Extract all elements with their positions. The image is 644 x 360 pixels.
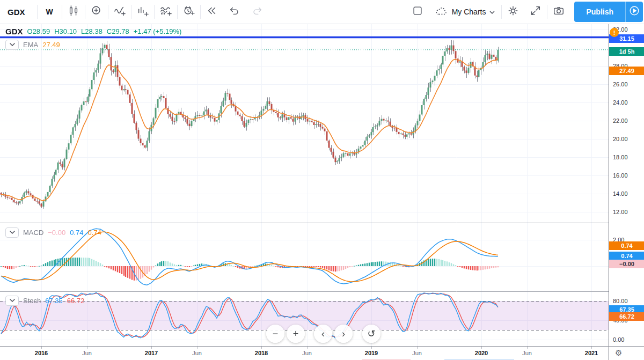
axis-tick-label: 12.00 (613, 209, 628, 215)
bar-pattern-add-icon (137, 5, 149, 19)
alert-button[interactable] (178, 2, 200, 22)
axis-price-badge: 27.49 (609, 67, 644, 75)
compare-button[interactable] (85, 2, 108, 22)
axis-tick-label: 24.00 (613, 99, 628, 106)
undo-icon (229, 5, 240, 19)
time-axis-tick (197, 347, 197, 349)
macd-line-value: 0.74 (70, 229, 83, 237)
reset-view-button[interactable]: ↺ (362, 325, 380, 343)
time-axis-tick (261, 347, 262, 349)
symbol-search-button[interactable]: GDX (0, 8, 37, 17)
interval-button[interactable]: W (38, 8, 62, 16)
time-axis-tick (41, 347, 42, 349)
zoom-out-button[interactable]: − (266, 325, 284, 343)
time-axis-label: 2018 (255, 350, 268, 356)
redo-button[interactable] (246, 2, 268, 22)
macd-collapse-button[interactable] (5, 227, 19, 238)
fullscreen-icon (530, 5, 541, 19)
axis-tick-label: 14.00 (613, 190, 628, 197)
macd-hist-value: −0.00 (48, 229, 65, 237)
stoch-collapse-button[interactable] (5, 296, 19, 306)
undo-button[interactable] (223, 2, 246, 22)
time-axis-tick (151, 347, 152, 349)
axis-price-badge: −0.00 (609, 260, 644, 268)
time-axis-label: Jun (522, 350, 532, 356)
my-charts-menu[interactable]: My Charts (429, 6, 502, 18)
time-scale[interactable]: 2016Jun2017Jun2018Jun2019Jun2020Jun2021⚙ (0, 346, 644, 360)
time-axis-label: 2020 (475, 350, 488, 356)
stoch-k-value: 67.35 (45, 297, 63, 305)
alert-add-icon (183, 5, 195, 19)
stoch-name: Stoch (23, 297, 41, 305)
time-axis-tick (417, 347, 418, 349)
time-axis-tick (87, 347, 87, 349)
indicator-templates-button[interactable] (155, 2, 177, 22)
scroll-left-button[interactable]: ‹ (314, 325, 332, 343)
redo-icon (251, 5, 263, 19)
ema-collapse-button[interactable] (5, 40, 19, 50)
scale-settings-gear-icon[interactable]: ⚙ (615, 348, 622, 358)
compare-add-icon (91, 5, 103, 19)
time-axis-tick (371, 347, 372, 349)
layout-select-button[interactable] (406, 2, 429, 22)
axis-price-badge: 0.74 (609, 241, 644, 250)
time-axis-tick (591, 347, 592, 349)
top-toolbar: GDX W My Charts Publish (0, 0, 644, 24)
legend-change: +1.47 (+5.19%) (134, 27, 182, 35)
replay-rewind-icon (206, 5, 218, 19)
axis-price-badge: 0.74 (609, 252, 644, 260)
macd-name: MACD (23, 229, 43, 237)
time-axis-label: 2016 (35, 350, 48, 356)
time-axis-label: 2019 (365, 350, 378, 356)
axis-tick-label: 0.00 (613, 336, 624, 343)
legend-close: C29.78 (107, 27, 129, 35)
chart-canvas[interactable] (0, 24, 609, 346)
axis-tick-label: 16.00 (613, 172, 628, 179)
time-axis-label: Jun (412, 350, 422, 356)
axis-price-badge: 66.72 (609, 312, 644, 321)
macd-signal-value: 0.74 (88, 229, 101, 237)
layout-square-icon (412, 5, 423, 19)
time-axis-label: Jun (302, 350, 312, 356)
axis-tick-label: 20.00 (613, 136, 628, 142)
time-axis-tick (527, 347, 528, 349)
bar-replay-button[interactable] (201, 2, 223, 22)
time-axis-tick (307, 347, 308, 349)
axis-tick-label: 22.00 (613, 117, 628, 124)
axis-corner-separator (609, 347, 609, 360)
indicator-add-icon (114, 5, 126, 19)
cloud-icon (435, 6, 448, 18)
time-axis-label: 2021 (585, 350, 598, 356)
macd-legend: MACD −0.00 0.74 0.74 (5, 227, 101, 238)
axis-tick-label: 26.00 (613, 81, 628, 87)
legend-high: H30.10 (54, 27, 77, 35)
camera-icon (553, 5, 565, 19)
publish-button[interactable]: Publish (574, 2, 625, 22)
indicators-button[interactable] (108, 2, 131, 22)
tradingview-chart-window: GDX W My Charts Publish (0, 0, 644, 360)
chevron-down-icon (489, 8, 495, 16)
snapshot-button[interactable] (547, 2, 570, 22)
time-axis-label: 2017 (145, 350, 158, 356)
stoch-legend: Stoch 67.35 66.72 (5, 296, 84, 306)
time-axis-label: Jun (192, 350, 202, 356)
chart-properties-button[interactable] (502, 2, 524, 22)
fullscreen-button[interactable] (524, 2, 547, 22)
gear-icon (507, 5, 519, 19)
zoom-in-button[interactable]: + (287, 325, 305, 343)
legend-low: L28.38 (81, 27, 103, 35)
legend-symbol: GDX (5, 27, 23, 36)
publish-idea-menu-button[interactable] (625, 2, 643, 22)
main-symbol-legend[interactable]: GDX O28.59 H30.10 L28.38 C29.78 +1.47 (+… (5, 27, 181, 36)
ema-name: EMA (23, 41, 38, 49)
bar-patterns-button[interactable] (131, 2, 154, 22)
ema-value: 27.49 (42, 41, 60, 49)
scroll-right-button[interactable]: › (334, 325, 353, 343)
axis-price-badge: 1d 5h (609, 47, 644, 56)
play-circle-icon (628, 5, 640, 19)
candlestick-style-button[interactable] (62, 2, 85, 22)
price-scale[interactable]: 32.0028.0026.0024.0022.0020.0018.0016.00… (609, 24, 644, 346)
legend-open: O28.59 (27, 27, 50, 35)
alert-marker-icon[interactable]: ! (610, 28, 619, 37)
axis-tick-label: 80.00 (613, 298, 628, 304)
